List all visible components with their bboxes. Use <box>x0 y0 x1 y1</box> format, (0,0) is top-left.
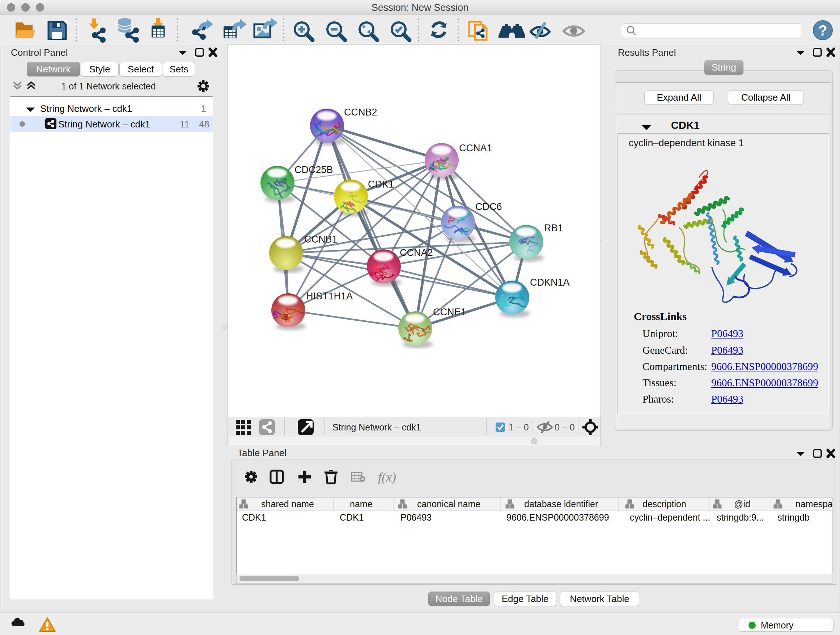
svg-text:CDC25B: CDC25B <box>294 165 333 175</box>
svg-text:P06493: P06493 <box>401 512 431 523</box>
svg-text:shared name: shared name <box>261 499 314 509</box>
svg-text:String Network – cdk1: String Network – cdk1 <box>332 422 421 432</box>
svg-text:stringdb: stringdb <box>777 512 810 523</box>
svg-text:CCNA1: CCNA1 <box>459 143 493 154</box>
svg-text:description: description <box>643 499 686 509</box>
svg-text:canonical name: canonical name <box>417 499 480 509</box>
svg-text:namespac: namespac <box>796 499 832 509</box>
svg-text:CCNA2: CCNA2 <box>400 247 433 258</box>
svg-text:HIST1H1A: HIST1H1A <box>306 291 353 302</box>
svg-text:name: name <box>350 499 373 509</box>
svg-text:CDC6: CDC6 <box>475 201 502 212</box>
svg-text:CCNB2: CCNB2 <box>344 107 377 118</box>
svg-text:CCNE1: CCNE1 <box>433 307 466 318</box>
svg-text:cyclin–dependent ...: cyclin–dependent ... <box>630 512 710 523</box>
svg-text:CDK1: CDK1 <box>242 512 266 523</box>
svg-text:stringdb:9...: stringdb:9... <box>717 512 764 523</box>
svg-text:database identifier: database identifier <box>524 499 598 509</box>
svg-text:9606.ENSP00000378699: 9606.ENSP00000378699 <box>507 512 609 523</box>
svg-text:1 – 0: 1 – 0 <box>508 422 529 432</box>
svg-text:@id: @id <box>734 499 750 509</box>
svg-text:CDKN1A: CDKN1A <box>530 277 570 288</box>
svg-text:CDK1: CDK1 <box>368 179 394 190</box>
svg-text:CCNB1: CCNB1 <box>304 234 338 245</box>
svg-text:0 – 0: 0 – 0 <box>554 422 575 432</box>
svg-text:RB1: RB1 <box>544 223 563 233</box>
svg-text:CDK1: CDK1 <box>340 512 364 523</box>
svg-text:f(x): f(x) <box>378 470 396 485</box>
